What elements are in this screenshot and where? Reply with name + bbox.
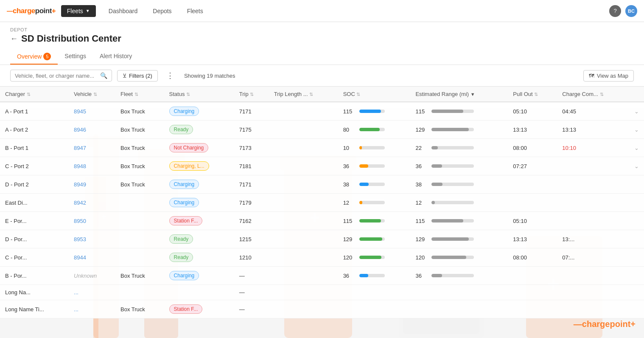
- tab-settings[interactable]: Settings: [58, 49, 93, 65]
- col-pull-out[interactable]: Pull Out ⇅: [508, 87, 557, 102]
- search-box[interactable]: 🔍: [10, 70, 112, 82]
- trip-cell: 7173: [234, 139, 269, 157]
- sort-soc-icon: ⇅: [356, 92, 360, 97]
- fleet-cell: Box Truck: [115, 139, 164, 157]
- nav-depots[interactable]: Depots: [145, 5, 179, 17]
- status-cell: Ready: [164, 230, 234, 248]
- sort-vehicle-icon: ⇅: [93, 92, 97, 97]
- charge-complete-cell: [557, 267, 629, 285]
- pull-out-cell: [508, 175, 557, 194]
- vehicle-cell[interactable]: 8950: [69, 212, 115, 230]
- col-vehicle[interactable]: Vehicle ⇅: [69, 87, 115, 102]
- view-as-map-button[interactable]: 🗺 View as Map: [583, 70, 634, 82]
- pull-out-cell: 07:27: [508, 157, 557, 175]
- search-input[interactable]: [15, 73, 98, 79]
- more-options-button[interactable]: ⋮: [163, 69, 177, 82]
- table-row: C - Port 28948Box TruckCharging, L...718…: [0, 157, 644, 175]
- vehicle-cell[interactable]: ...: [69, 285, 115, 300]
- charger-cell: D - Port 2: [0, 175, 69, 194]
- trip-length-cell: [269, 230, 338, 248]
- trip-cell: 7179: [234, 194, 269, 212]
- vehicle-cell[interactable]: 8945: [69, 102, 115, 121]
- vehicle-cell[interactable]: 8949: [69, 175, 115, 194]
- table-row: B - Por...UnknownBox TruckCharging—3636: [0, 267, 644, 285]
- vehicle-cell[interactable]: 8953: [69, 230, 115, 248]
- fleet-cell: [115, 194, 164, 212]
- help-button[interactable]: ?: [609, 5, 621, 17]
- col-estimated-range[interactable]: Estimated Range (mi) ▼: [410, 87, 508, 102]
- soc-cell: 36: [338, 157, 411, 175]
- col-status[interactable]: Status ⇅: [164, 87, 234, 102]
- expand-cell[interactable]: ⌄: [629, 139, 644, 157]
- nav-links: Dashboard Depots Fleets: [101, 5, 211, 17]
- top-nav: — charge point + Fleets ▼ Dashboard Depo…: [0, 0, 644, 22]
- status-cell: Charging: [164, 102, 234, 121]
- expand-cell[interactable]: [629, 285, 644, 300]
- soc-cell: 36: [338, 267, 411, 285]
- expand-cell[interactable]: [629, 267, 644, 285]
- filter-button[interactable]: ⊻ Filters (2): [117, 70, 158, 82]
- expand-cell[interactable]: ⌄: [629, 102, 644, 121]
- expand-cell[interactable]: [629, 194, 644, 212]
- vehicle-cell[interactable]: Unknown: [69, 267, 115, 285]
- nav-fleets[interactable]: Fleets: [179, 5, 211, 17]
- soc-cell: 120: [338, 248, 411, 267]
- search-icon[interactable]: 🔍: [100, 72, 107, 79]
- table-row: A - Port 18945Box TruckCharging717111511…: [0, 102, 644, 121]
- col-trip[interactable]: Trip ⇅: [234, 87, 269, 102]
- col-charge-comp[interactable]: Charge Com... ⇅: [557, 87, 629, 102]
- vehicle-cell[interactable]: 8946: [69, 121, 115, 139]
- col-fleet[interactable]: Fleet ⇅: [115, 87, 164, 102]
- vehicle-cell[interactable]: 8944: [69, 248, 115, 267]
- tab-overview[interactable]: Overview 5: [10, 49, 58, 65]
- col-charger[interactable]: Charger ⇅: [0, 87, 69, 102]
- nav-dashboard[interactable]: Dashboard: [101, 5, 146, 17]
- soc-cell: 38: [338, 175, 411, 194]
- logo[interactable]: — charge point +: [7, 7, 56, 15]
- expand-cell[interactable]: [629, 248, 644, 267]
- trip-length-cell: [269, 139, 338, 157]
- charger-cell: A - Port 2: [0, 121, 69, 139]
- charger-cell: E - Por...: [0, 212, 69, 230]
- trip-length-cell: [269, 157, 338, 175]
- col-trip-length[interactable]: Trip Length ... ⇅: [269, 87, 338, 102]
- charger-cell: Long Na...: [0, 285, 69, 300]
- avatar-button[interactable]: BC: [625, 5, 637, 17]
- status-badge: Ready: [169, 253, 193, 262]
- estimated-range-cell: 129: [410, 121, 508, 139]
- charger-cell: C - Port 2: [0, 157, 69, 175]
- trip-length-cell: [269, 285, 338, 300]
- sort-charger-icon: ⇅: [27, 92, 31, 97]
- fleet-cell: Box Truck: [115, 267, 164, 285]
- charge-complete-cell: [557, 175, 629, 194]
- status-badge: Ready: [169, 125, 193, 134]
- soc-cell: 115: [338, 102, 411, 121]
- map-icon: 🗺: [589, 73, 594, 79]
- tab-alert-history[interactable]: Alert History: [93, 49, 139, 65]
- pull-out-cell: 05:10: [508, 212, 557, 230]
- expand-cell[interactable]: [629, 175, 644, 194]
- expand-cell[interactable]: [629, 300, 644, 318]
- col-soc[interactable]: SOC ⇅: [338, 87, 411, 102]
- expand-cell[interactable]: ⌄: [629, 157, 644, 175]
- vehicle-cell[interactable]: 8942: [69, 194, 115, 212]
- sort-trip-length-icon: ⇅: [309, 92, 313, 97]
- fleets-dropdown-btn[interactable]: Fleets ▼: [61, 5, 96, 17]
- vehicle-cell[interactable]: ...: [69, 300, 115, 318]
- soc-cell: [338, 300, 411, 318]
- back-arrow[interactable]: ←: [10, 34, 18, 43]
- table-row: D - Por...8953Ready121512912913:1313:...: [0, 230, 644, 248]
- expand-cell[interactable]: ⌄: [629, 121, 644, 139]
- trip-cell: 7181: [234, 157, 269, 175]
- table-container: Charger ⇅ Vehicle ⇅ Fleet ⇅ Status ⇅ Tri…: [0, 87, 644, 318]
- expand-cell[interactable]: [629, 212, 644, 230]
- vehicle-cell[interactable]: 8947: [69, 139, 115, 157]
- expand-cell[interactable]: [629, 230, 644, 248]
- sort-trip-icon: ⇅: [250, 92, 254, 97]
- pull-out-cell: [508, 285, 557, 300]
- trip-cell: 7175: [234, 121, 269, 139]
- estimated-range-cell: 38: [410, 175, 508, 194]
- vehicle-cell[interactable]: 8948: [69, 157, 115, 175]
- trip-length-cell: [269, 194, 338, 212]
- pull-out-cell: 08:00: [508, 139, 557, 157]
